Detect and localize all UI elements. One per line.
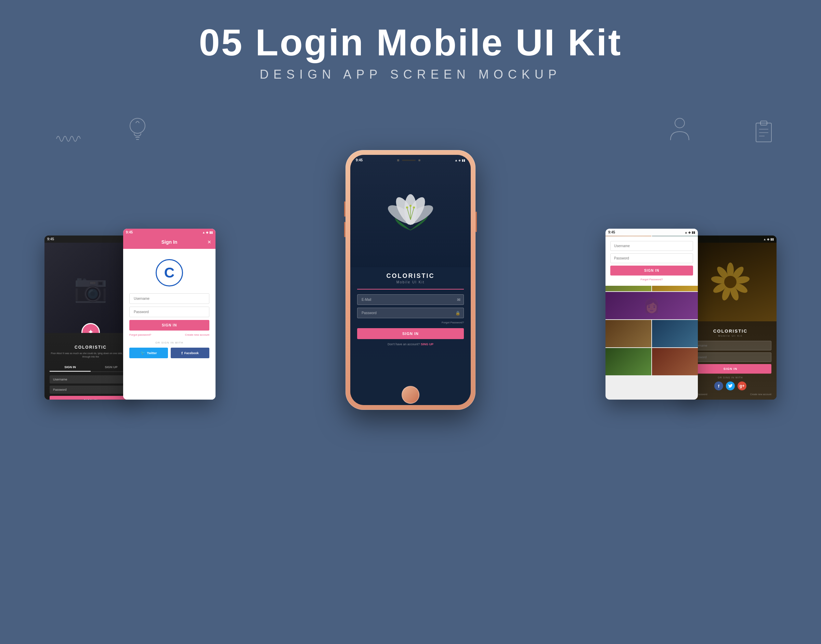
screen3-status-icons: ▲ ◈ ▮▮ <box>455 159 465 162</box>
main-title: 05 Login Mobile UI Kit <box>0 20 821 64</box>
screen1-password-input[interactable]: Password <box>49 386 132 394</box>
screen2-body: C SIGN IN Forgot password? Create new ac… <box>123 249 215 400</box>
svg-point-30 <box>724 276 736 288</box>
screen1-app-name: COLORISTIC <box>49 345 132 350</box>
screen5-google-icon[interactable]: g+ <box>738 382 746 390</box>
screen2: 9:45 ▲ ◈ ▮▮ Sign In ✕ C SIGN IN Forgot p… <box>123 229 215 400</box>
screen4-signin-btn[interactable]: SIGN IN <box>610 265 693 276</box>
screen4-signin-overlay: SIGN IN Forgot Password? <box>606 236 698 286</box>
volume-down-btn <box>344 222 346 237</box>
twitter-bird-icon: 🐦 <box>141 351 145 355</box>
screen4: 9:45 ▲ ◈ ▮▮ 👤 👩 <box>606 229 698 400</box>
svg-point-18 <box>409 205 412 207</box>
screen5-logo-text: COLORISTIC <box>689 328 772 334</box>
screen3-divider <box>357 289 464 290</box>
screen2-social-buttons: 🐦 Twitter f Facebook <box>129 348 209 358</box>
screen3-iphone: 9:45 ▲ ◈ ▮▮ <box>346 150 475 410</box>
svg-point-17 <box>406 207 408 209</box>
iphone-screen: 9:45 ▲ ◈ ▮▮ <box>350 155 471 405</box>
screen3-logo-text: COLORISTIC <box>357 273 464 280</box>
screen2-signin-btn[interactable]: SIGN IN <box>129 320 209 331</box>
screen1-signin-btn[interactable]: SIGN IN <box>49 396 132 400</box>
screen5: 9:45 ▲ ◈ ▮▮ <box>684 236 776 400</box>
screen5-signin-btn[interactable]: SIGN IN <box>689 364 772 374</box>
screen5-create-link[interactable]: Create new account <box>750 393 772 396</box>
screen3-signup-text: Don't have an account? SING UP <box>357 342 464 346</box>
screen1-username-input[interactable]: Username <box>49 375 132 383</box>
flower-svg <box>376 186 445 254</box>
grid-photo-8 <box>606 348 651 375</box>
screen1-tagline: Poor Alice! It was as much as she could … <box>49 352 132 359</box>
grid-photo-5: 👩 <box>606 292 698 319</box>
screen5-twitter-icon[interactable] <box>726 382 735 390</box>
screen3-password-input[interactable]: Password <box>357 308 464 318</box>
grid-photo-6 <box>606 320 651 347</box>
camera-bg-icon: 📷 <box>74 272 108 304</box>
screen4-time: 9:45 <box>608 230 615 234</box>
screen2-facebook-btn[interactable]: f Facebook <box>171 348 209 358</box>
screen5-photo-bg <box>684 243 776 321</box>
screen2-logo: C <box>156 259 183 287</box>
screen3-forgot-link[interactable]: Forgot Password? <box>357 321 464 324</box>
email-icon: ✉ <box>457 297 460 302</box>
svg-point-19 <box>413 207 415 209</box>
volume-up-btn <box>344 201 346 217</box>
svg-point-21 <box>727 262 734 278</box>
header: 05 Login Mobile UI Kit DESIGN APP SCREEN… <box>0 0 821 89</box>
screen2-status-icons: ▲ ◈ ▮▮ <box>202 231 213 234</box>
facebook-icon: f <box>181 351 183 355</box>
screen5-bottom-links: !forgot Password Create new account <box>689 393 772 396</box>
screen5-password-input[interactable] <box>689 353 772 362</box>
screen5-social-row: f g+ <box>689 382 772 390</box>
screen3-email-input[interactable]: E-Mail <box>357 294 464 305</box>
screen3-time: 9:45 <box>356 158 363 162</box>
screen2-create-link[interactable]: Create new account <box>185 333 209 336</box>
screen1-time: 9:45 <box>47 237 54 241</box>
screen5-sub-text: Mobile UI Kit <box>689 334 772 337</box>
screen5-status-icons: ▲ ◈ ▮▮ <box>763 238 774 241</box>
screen2-or-label: OR SIGN IN WITH <box>129 341 209 344</box>
screen4-status-icons: ▲ ◈ ▮▮ <box>684 231 695 234</box>
screen1-tab-signin[interactable]: SIGN IN <box>49 363 91 371</box>
screen2-username-input[interactable] <box>129 293 209 304</box>
screen4-password-input[interactable] <box>610 253 693 263</box>
screen2-twitter-btn[interactable]: 🐦 Twitter <box>129 348 168 358</box>
screen3-login-panel: COLORISTIC Mobile UI Kit E-Mail ✉ Passwo… <box>350 267 471 405</box>
sunflower-svg <box>703 260 758 304</box>
screen5-bottom-panel: COLORISTIC Mobile UI Kit SIGN IN OR SING… <box>684 324 776 400</box>
screen2-password-input[interactable] <box>129 307 209 317</box>
screens-container: 9:45 ▲ ◈ ▮▮ 📷 ✦ COLORISTIC Poor Alice! I… <box>0 78 821 420</box>
screen4-username-input[interactable] <box>610 241 693 251</box>
lock-icon: 🔒 <box>455 311 460 316</box>
screen2-forgot-link[interactable]: Forgot password? <box>129 333 151 336</box>
grid-photo-7 <box>652 320 698 347</box>
grid-photo-9 <box>652 348 698 375</box>
screen2-title: Sign In <box>161 239 178 245</box>
screen4-forgot-link[interactable]: Forgot Password? <box>610 278 693 281</box>
screen3-sub-text: Mobile UI Kit <box>357 280 464 284</box>
screen2-time: 9:45 <box>126 230 133 234</box>
screen5-username-input[interactable] <box>689 341 772 350</box>
screen5-facebook-icon[interactable]: f <box>714 382 723 390</box>
screen3-signup-link[interactable]: SING UP <box>421 342 434 346</box>
screen2-header: Sign In ✕ <box>123 236 215 249</box>
screen5-or-label: OR SING IN WITH <box>689 376 772 379</box>
power-btn <box>475 212 477 232</box>
screen2-close-icon[interactable]: ✕ <box>207 239 211 245</box>
screen3-signin-btn[interactable]: SIGN IN <box>357 328 464 339</box>
iphone-home-button[interactable] <box>401 386 420 404</box>
